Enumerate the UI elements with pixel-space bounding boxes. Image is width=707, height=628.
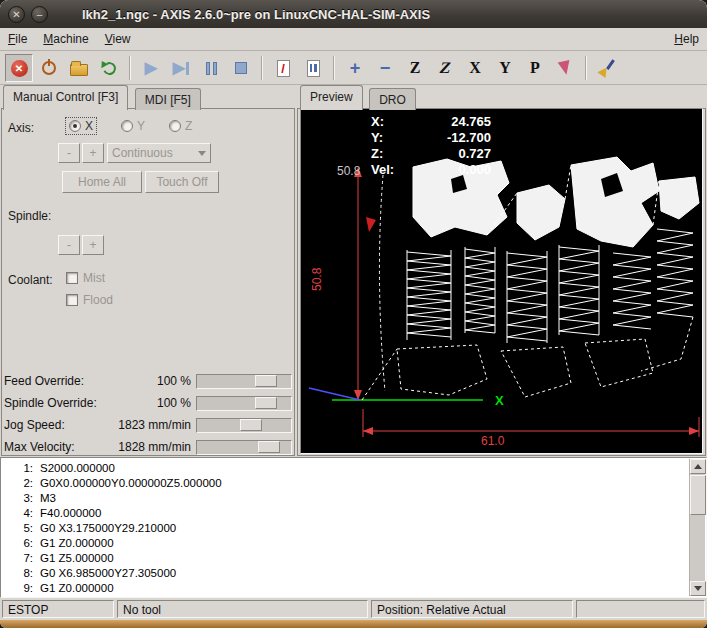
skip-lines-button[interactable]: /: [269, 54, 297, 82]
axis-y-label: Y: [137, 119, 145, 133]
feed-override-slider[interactable]: [196, 374, 292, 389]
spindle-minus-button[interactable]: -: [58, 235, 80, 255]
gcode-line[interactable]: 2:G0X0.000000Y0.000000Z5.000000: [5, 476, 684, 491]
reload-file-button[interactable]: [95, 54, 123, 82]
max-velocity-slider[interactable]: [196, 440, 292, 455]
jog-speed-thumb[interactable]: [240, 419, 262, 431]
gcode-line-text: G0 X6.985000Y27.305000: [40, 566, 176, 581]
gcode-line[interactable]: 5:G0 X3.175000Y29.210000: [5, 521, 684, 536]
axis-radio-x[interactable]: X: [66, 118, 96, 134]
zoom-out-button[interactable]: −: [371, 54, 399, 82]
statusbar: ESTOP No tool Position: Relative Actual: [0, 598, 707, 620]
rotate-view-button[interactable]: [551, 54, 579, 82]
gcode-line-text: G1 Z0.000000: [40, 581, 114, 596]
dro-z-row: Z: 0.727: [371, 146, 491, 162]
jog-minus-button[interactable]: -: [58, 143, 80, 163]
jog-speed-slider[interactable]: [196, 418, 292, 433]
tab-mdi[interactable]: MDI [F5]: [135, 88, 201, 110]
gcode-line[interactable]: 9:G1 Z0.000000: [5, 581, 684, 596]
jog-speed-row: Jog Speed: 1823 mm/min: [4, 415, 292, 435]
view-y-button[interactable]: Y: [491, 54, 519, 82]
axis-radio-y[interactable]: Y: [118, 118, 148, 134]
spindle-override-value: 100 %: [157, 396, 191, 410]
preview-canvas[interactable]: 50.8 50.8 61.0 X: [300, 108, 703, 454]
view-z-rotated-button[interactable]: Z: [431, 54, 459, 82]
menu-file[interactable]: File: [0, 29, 35, 49]
mist-label: Mist: [83, 271, 105, 285]
menu-help[interactable]: Help: [666, 29, 707, 49]
axis-radio-z[interactable]: Z: [166, 118, 195, 134]
menu-view[interactable]: View: [97, 29, 139, 49]
gcode-line-number: 3:: [5, 491, 33, 506]
arrow-up-icon: [694, 464, 702, 469]
jog-plus-button[interactable]: +: [82, 143, 104, 163]
radio-x-icon: [69, 120, 81, 132]
flood-checkbox[interactable]: Flood: [66, 293, 113, 307]
tab-preview[interactable]: Preview: [300, 85, 363, 110]
open-file-button[interactable]: [65, 54, 93, 82]
machine-power-button[interactable]: [35, 54, 63, 82]
gcode-listing[interactable]: 1:S2000.000000 2:G0X0.000000Y0.000000Z5.…: [0, 457, 707, 598]
pause-program-button[interactable]: [197, 54, 225, 82]
dro-y-label: Y:: [371, 130, 417, 146]
gcode-line[interactable]: 4:F40.000000: [5, 506, 684, 521]
zoom-in-button[interactable]: +: [341, 54, 369, 82]
dro-vel-value: 0.000: [417, 162, 491, 178]
step-program-button[interactable]: ▶: [167, 54, 195, 82]
view-z-icon: Z: [410, 60, 421, 76]
optional-pause-bars: [310, 64, 317, 72]
touch-off-button[interactable]: Touch Off: [145, 171, 219, 193]
feed-override-thumb[interactable]: [255, 375, 277, 387]
status-filler: [576, 600, 705, 618]
mist-checkbox-icon: [66, 272, 78, 284]
view-x-button[interactable]: X: [461, 54, 489, 82]
max-velocity-thumb[interactable]: [258, 441, 280, 453]
clear-plot-icon: [598, 59, 616, 77]
clear-plot-button[interactable]: [593, 54, 621, 82]
dro-z-value: 0.727: [417, 146, 491, 162]
view-z-button[interactable]: Z: [401, 54, 429, 82]
tab-dro[interactable]: DRO: [369, 88, 416, 110]
spindle-plus-button[interactable]: +: [82, 235, 104, 255]
window-close-button[interactable]: ✕: [8, 6, 25, 23]
scroll-down-button[interactable]: [690, 581, 706, 596]
estop-icon: ✕: [11, 60, 28, 77]
z-axis-line: [309, 388, 360, 400]
toolbar-separator: [129, 56, 131, 80]
scroll-up-button[interactable]: [690, 459, 706, 474]
max-velocity-row: Max Velocity: 1828 mm/min: [4, 437, 292, 457]
right-tabbar: Preview DRO: [300, 85, 418, 109]
manual-control-panel: Manual Control [F3] MDI [F5] Axis: X Y Z…: [0, 85, 296, 457]
mist-checkbox[interactable]: Mist: [66, 271, 105, 285]
gcode-scrollbar[interactable]: [689, 459, 705, 596]
run-program-button[interactable]: ▶: [137, 54, 165, 82]
optional-pause-button[interactable]: [299, 54, 327, 82]
spindle-override-thumb[interactable]: [255, 397, 277, 409]
gcode-line-number: 2:: [5, 476, 33, 491]
stop-program-button[interactable]: [227, 54, 255, 82]
gcode-line[interactable]: 6:G1 Z0.000000: [5, 536, 684, 551]
gcode-line[interactable]: 8:G0 X6.985000Y27.305000: [5, 566, 684, 581]
estop-button[interactable]: ✕: [5, 54, 33, 82]
titlebar[interactable]: ✕ – lkh2_1.ngc - AXIS 2.6.0~pre on Linux…: [0, 0, 707, 28]
scrollbar-thumb[interactable]: [690, 475, 706, 515]
window-bottom-edge: [0, 620, 707, 628]
preview-panel: Preview DRO 50.8 50.8 61.0 X: [296, 85, 707, 457]
jog-mode-dropdown[interactable]: Continuous: [107, 143, 211, 163]
jog-speed-label: Jog Speed:: [4, 418, 118, 432]
view-perspective-button[interactable]: P: [521, 54, 549, 82]
window-minimize-button[interactable]: –: [31, 6, 48, 23]
gcode-line-text: F40.000000: [40, 506, 101, 521]
home-all-button[interactable]: Home All: [62, 171, 142, 193]
tab-manual-control[interactable]: Manual Control [F3]: [3, 85, 128, 110]
axis-z-label: Z: [185, 119, 192, 133]
gcode-line[interactable]: 1:S2000.000000: [5, 461, 684, 476]
gcode-line[interactable]: 7:G1 Z5.000000: [5, 551, 684, 566]
zoom-out-icon: −: [380, 60, 391, 76]
spindle-override-slider[interactable]: [196, 396, 292, 411]
view-y-icon: Y: [499, 60, 511, 76]
menu-machine[interactable]: Machine: [35, 29, 96, 49]
dim-arrow-left: [363, 427, 373, 435]
gcode-line[interactable]: 3:M3: [5, 491, 684, 506]
stop-icon: [235, 62, 247, 74]
